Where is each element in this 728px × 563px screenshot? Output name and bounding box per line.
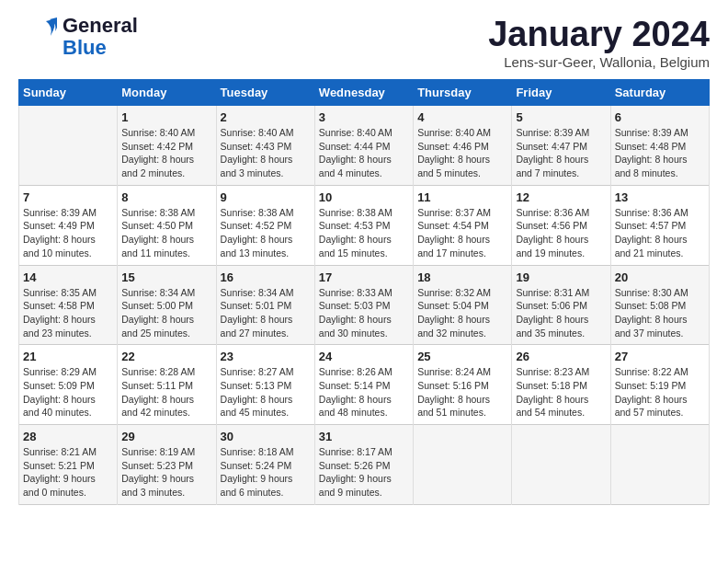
header-wednesday: Wednesday bbox=[314, 80, 413, 106]
calendar-cell: 13 Sunrise: 8:36 AMSunset: 4:57 PMDaylig… bbox=[610, 185, 709, 265]
day-info: Sunrise: 8:18 AMSunset: 5:24 PMDaylight:… bbox=[221, 446, 294, 498]
day-info: Sunrise: 8:38 AMSunset: 4:53 PMDaylight:… bbox=[319, 207, 392, 259]
calendar-cell: 22 Sunrise: 8:28 AMSunset: 5:11 PMDaylig… bbox=[118, 345, 216, 425]
day-number: 5 bbox=[516, 110, 606, 124]
day-info: Sunrise: 8:31 AMSunset: 5:06 PMDaylight:… bbox=[516, 287, 589, 339]
calendar-week-row: 1 Sunrise: 8:40 AMSunset: 4:42 PMDayligh… bbox=[19, 106, 710, 186]
day-info: Sunrise: 8:38 AMSunset: 4:50 PMDaylight:… bbox=[121, 207, 195, 259]
day-number: 9 bbox=[221, 190, 311, 204]
day-info: Sunrise: 8:39 AMSunset: 4:48 PMDaylight:… bbox=[615, 127, 688, 178]
day-number: 20 bbox=[615, 270, 705, 284]
calendar-week-row: 21 Sunrise: 8:29 AMSunset: 5:09 PMDaylig… bbox=[19, 345, 710, 425]
header-saturday: Saturday bbox=[610, 80, 709, 106]
day-number: 16 bbox=[221, 270, 311, 284]
calendar-table: Sunday Monday Tuesday Wednesday Thursday… bbox=[18, 79, 710, 505]
calendar-cell bbox=[414, 425, 512, 505]
day-info: Sunrise: 8:36 AMSunset: 4:56 PMDaylight:… bbox=[516, 207, 589, 259]
calendar-cell: 28 Sunrise: 8:21 AMSunset: 5:21 PMDaylig… bbox=[19, 425, 118, 505]
day-info: Sunrise: 8:39 AMSunset: 4:47 PMDaylight:… bbox=[516, 127, 589, 178]
logo-general-text: General bbox=[63, 15, 138, 37]
calendar-cell: 30 Sunrise: 8:18 AMSunset: 5:24 PMDaylig… bbox=[216, 425, 314, 505]
day-number: 23 bbox=[221, 350, 311, 363]
calendar-cell: 1 Sunrise: 8:40 AMSunset: 4:42 PMDayligh… bbox=[118, 106, 216, 186]
day-info: Sunrise: 8:17 AMSunset: 5:26 PMDaylight:… bbox=[319, 446, 392, 498]
calendar-cell: 29 Sunrise: 8:19 AMSunset: 5:23 PMDaylig… bbox=[118, 425, 216, 505]
day-number: 17 bbox=[319, 270, 409, 284]
day-info: Sunrise: 8:33 AMSunset: 5:03 PMDaylight:… bbox=[319, 287, 392, 339]
day-number: 10 bbox=[319, 190, 409, 204]
day-number: 4 bbox=[417, 110, 507, 124]
day-number: 29 bbox=[121, 430, 211, 443]
calendar-week-row: 14 Sunrise: 8:35 AMSunset: 4:58 PMDaylig… bbox=[19, 265, 710, 345]
calendar-cell: 23 Sunrise: 8:27 AMSunset: 5:13 PMDaylig… bbox=[216, 345, 314, 425]
day-info: Sunrise: 8:27 AMSunset: 5:13 PMDaylight:… bbox=[221, 366, 294, 418]
bird-logo-icon bbox=[18, 17, 57, 56]
calendar-cell: 31 Sunrise: 8:17 AMSunset: 5:26 PMDaylig… bbox=[314, 425, 413, 505]
day-info: Sunrise: 8:40 AMSunset: 4:46 PMDaylight:… bbox=[417, 127, 491, 178]
day-number: 13 bbox=[615, 190, 705, 204]
top-header: General Blue January 2024 Lens-sur-Geer,… bbox=[18, 15, 710, 70]
calendar-cell: 8 Sunrise: 8:38 AMSunset: 4:50 PMDayligh… bbox=[118, 185, 216, 265]
header-tuesday: Tuesday bbox=[216, 80, 314, 106]
header-sunday: Sunday bbox=[19, 80, 118, 106]
day-number: 14 bbox=[23, 270, 113, 284]
calendar-cell: 16 Sunrise: 8:34 AMSunset: 5:01 PMDaylig… bbox=[216, 265, 314, 345]
day-info: Sunrise: 8:24 AMSunset: 5:16 PMDaylight:… bbox=[417, 366, 491, 418]
calendar-cell: 19 Sunrise: 8:31 AMSunset: 5:06 PMDaylig… bbox=[512, 265, 610, 345]
calendar-cell: 24 Sunrise: 8:26 AMSunset: 5:14 PMDaylig… bbox=[314, 345, 413, 425]
calendar-cell: 7 Sunrise: 8:39 AMSunset: 4:49 PMDayligh… bbox=[19, 185, 118, 265]
calendar-cell: 21 Sunrise: 8:29 AMSunset: 5:09 PMDaylig… bbox=[19, 345, 118, 425]
calendar-cell: 2 Sunrise: 8:40 AMSunset: 4:43 PMDayligh… bbox=[216, 106, 314, 186]
logo-blue-text: Blue bbox=[63, 37, 138, 59]
calendar-cell: 14 Sunrise: 8:35 AMSunset: 4:58 PMDaylig… bbox=[19, 265, 118, 345]
day-info: Sunrise: 8:40 AMSunset: 4:42 PMDaylight:… bbox=[121, 127, 195, 178]
day-info: Sunrise: 8:37 AMSunset: 4:54 PMDaylight:… bbox=[417, 207, 491, 259]
day-number: 3 bbox=[319, 110, 409, 124]
day-number: 31 bbox=[319, 430, 409, 443]
logo-container: General Blue bbox=[18, 15, 138, 59]
calendar-week-row: 28 Sunrise: 8:21 AMSunset: 5:21 PMDaylig… bbox=[19, 425, 710, 505]
day-info: Sunrise: 8:26 AMSunset: 5:14 PMDaylight:… bbox=[319, 366, 392, 418]
calendar-cell: 6 Sunrise: 8:39 AMSunset: 4:48 PMDayligh… bbox=[610, 106, 709, 186]
calendar-cell: 12 Sunrise: 8:36 AMSunset: 4:56 PMDaylig… bbox=[512, 185, 610, 265]
header-thursday: Thursday bbox=[414, 80, 512, 106]
day-number: 1 bbox=[121, 110, 211, 124]
header-monday: Monday bbox=[118, 80, 216, 106]
calendar-header-row: Sunday Monday Tuesday Wednesday Thursday… bbox=[19, 80, 710, 106]
calendar-week-row: 7 Sunrise: 8:39 AMSunset: 4:49 PMDayligh… bbox=[19, 185, 710, 265]
day-info: Sunrise: 8:34 AMSunset: 5:01 PMDaylight:… bbox=[221, 287, 294, 339]
calendar-cell: 11 Sunrise: 8:37 AMSunset: 4:54 PMDaylig… bbox=[414, 185, 512, 265]
day-number: 30 bbox=[221, 430, 311, 443]
day-number: 8 bbox=[121, 190, 211, 204]
day-number: 21 bbox=[23, 350, 113, 363]
calendar-cell: 27 Sunrise: 8:22 AMSunset: 5:19 PMDaylig… bbox=[610, 345, 709, 425]
calendar-cell: 5 Sunrise: 8:39 AMSunset: 4:47 PMDayligh… bbox=[512, 106, 610, 186]
day-number: 26 bbox=[516, 350, 606, 363]
day-info: Sunrise: 8:36 AMSunset: 4:57 PMDaylight:… bbox=[615, 207, 688, 259]
day-info: Sunrise: 8:40 AMSunset: 4:44 PMDaylight:… bbox=[319, 127, 392, 178]
day-info: Sunrise: 8:39 AMSunset: 4:49 PMDaylight:… bbox=[23, 207, 97, 259]
day-info: Sunrise: 8:23 AMSunset: 5:18 PMDaylight:… bbox=[516, 366, 589, 418]
day-number: 24 bbox=[319, 350, 409, 363]
day-info: Sunrise: 8:29 AMSunset: 5:09 PMDaylight:… bbox=[23, 366, 97, 418]
day-number: 12 bbox=[516, 190, 606, 204]
day-number: 25 bbox=[417, 350, 507, 363]
day-number: 27 bbox=[615, 350, 705, 363]
day-info: Sunrise: 8:32 AMSunset: 5:04 PMDaylight:… bbox=[417, 287, 491, 339]
day-number: 2 bbox=[221, 110, 311, 124]
day-info: Sunrise: 8:22 AMSunset: 5:19 PMDaylight:… bbox=[615, 366, 688, 418]
day-info: Sunrise: 8:34 AMSunset: 5:00 PMDaylight:… bbox=[121, 287, 195, 339]
day-number: 18 bbox=[417, 270, 507, 284]
header-friday: Friday bbox=[512, 80, 610, 106]
calendar-cell: 15 Sunrise: 8:34 AMSunset: 5:00 PMDaylig… bbox=[118, 265, 216, 345]
day-info: Sunrise: 8:21 AMSunset: 5:21 PMDaylight:… bbox=[23, 446, 97, 498]
calendar-cell: 18 Sunrise: 8:32 AMSunset: 5:04 PMDaylig… bbox=[414, 265, 512, 345]
day-number: 19 bbox=[516, 270, 606, 284]
day-info: Sunrise: 8:28 AMSunset: 5:11 PMDaylight:… bbox=[121, 366, 195, 418]
calendar-location: Lens-sur-Geer, Wallonia, Belgium bbox=[488, 54, 710, 70]
calendar-cell: 10 Sunrise: 8:38 AMSunset: 4:53 PMDaylig… bbox=[314, 185, 413, 265]
logo-wordmark: General Blue bbox=[63, 15, 138, 59]
day-info: Sunrise: 8:19 AMSunset: 5:23 PMDaylight:… bbox=[121, 446, 195, 498]
day-number: 22 bbox=[121, 350, 211, 363]
calendar-cell: 25 Sunrise: 8:24 AMSunset: 5:16 PMDaylig… bbox=[414, 345, 512, 425]
